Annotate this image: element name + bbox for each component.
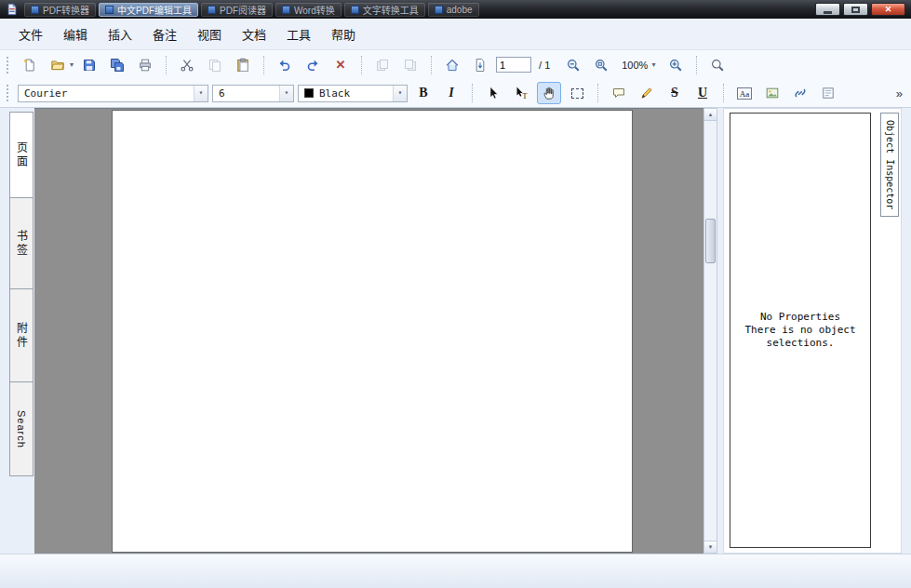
menubar: 文件 编辑 插入 备注 视图 文档 工具 帮助	[0, 19, 911, 50]
vertical-scrollbar[interactable]: ▲ ▼	[703, 108, 717, 554]
inspector-message-line: There is no object	[744, 324, 855, 337]
copy-icon	[208, 58, 222, 73]
minimize-icon	[824, 11, 832, 14]
scroll-up-button[interactable]: ▲	[704, 109, 717, 121]
italic-button[interactable]: I	[439, 82, 463, 104]
zoom-out-icon	[566, 58, 581, 73]
underline-icon: U	[698, 86, 707, 100]
sidebar-tab-search[interactable]: Search	[9, 381, 33, 476]
zoom-out-button[interactable]	[561, 54, 585, 76]
menu-annotate[interactable]: 备注	[143, 21, 186, 47]
window-tab[interactable]: adobe	[428, 3, 479, 17]
snapshot-tool-button[interactable]	[565, 82, 589, 104]
insert-link-button[interactable]	[788, 82, 812, 104]
underline-button[interactable]: U	[690, 82, 715, 104]
pen-icon	[639, 86, 654, 100]
window-controls: ✕	[815, 3, 908, 16]
zoom-fit-button[interactable]	[589, 54, 613, 76]
window-tab[interactable]: 文字转换工具	[344, 3, 425, 17]
menu-file[interactable]: 文件	[9, 21, 52, 47]
sidebar-tab-label: Search	[16, 410, 27, 448]
font-color-select[interactable]: Black ▾	[298, 85, 408, 102]
color-swatch	[304, 88, 314, 98]
toolbar-grip[interactable]	[7, 85, 10, 101]
toolbar-separator	[263, 56, 264, 74]
sidebar-tab-attachments[interactable]: 附件	[9, 288, 33, 382]
save-all-icon	[110, 58, 125, 73]
toolbar-grip[interactable]	[7, 57, 10, 74]
strikeout-button[interactable]: S	[663, 82, 687, 104]
scrollbar-thumb[interactable]	[705, 219, 716, 263]
insert-image-button[interactable]	[760, 82, 784, 104]
edit-text-icon: Aa	[737, 87, 753, 100]
object-inspector-panel: No Properties There is no object selecti…	[723, 108, 902, 554]
zoom-in-button[interactable]	[663, 54, 688, 76]
save-all-button[interactable]	[105, 54, 129, 76]
copy-button[interactable]	[203, 54, 227, 76]
window-tab-label: 中文PDF编辑工具	[117, 3, 192, 17]
window-tab[interactable]: PDF阅读器	[201, 3, 273, 17]
select-tool-button[interactable]	[481, 82, 505, 104]
pdf-app-icon	[351, 6, 359, 14]
save-button[interactable]	[77, 54, 101, 76]
pdf-app-icon	[282, 6, 290, 14]
font-size-select[interactable]: 6 ▾	[212, 85, 294, 102]
first-page-button[interactable]	[440, 54, 464, 76]
window-tab-active[interactable]: 中文PDF编辑工具	[99, 3, 198, 17]
toolbar-separator	[166, 56, 167, 74]
page-tool-button-a[interactable]	[370, 54, 395, 76]
delete-button[interactable]: ✕	[328, 54, 353, 76]
hand-icon	[542, 86, 556, 100]
window-tab[interactable]: PDF转换器	[24, 3, 96, 17]
text-select-tool-button[interactable]: T	[509, 82, 533, 104]
search-button[interactable]	[705, 54, 730, 76]
form-field-button[interactable]	[816, 82, 840, 104]
pdf-editor-window: PDF转换器 中文PDF编辑工具 PDF阅读器 Word转换 文字转换工具 ad…	[0, 0, 911, 588]
sidebar-tab-bookmarks[interactable]: 书签	[9, 197, 33, 289]
font-family-select[interactable]: Courier ▾	[18, 85, 208, 102]
print-button[interactable]	[133, 54, 157, 76]
page-number-input[interactable]	[496, 57, 531, 73]
menu-tools[interactable]: 工具	[277, 21, 320, 47]
window-tab-label: PDF阅读器	[220, 3, 266, 17]
close-button[interactable]: ✕	[871, 3, 905, 16]
window-tab-label: Word转换	[294, 3, 335, 17]
svg-text:T: T	[523, 92, 528, 100]
window-tab[interactable]: Word转换	[275, 3, 342, 17]
save-icon	[82, 58, 97, 73]
zoom-level-select[interactable]: 100% ▾	[617, 58, 660, 73]
toolbar-separator	[431, 56, 432, 74]
window-tab-label: PDF转换器	[43, 3, 89, 17]
comment-button[interactable]	[607, 82, 631, 104]
sidebar-tab-pages[interactable]: 页面	[9, 112, 33, 198]
maximize-button[interactable]	[843, 3, 868, 16]
cut-button[interactable]	[175, 54, 199, 76]
open-dropdown-caret-icon[interactable]: ▾	[70, 61, 74, 69]
bold-button[interactable]: B	[411, 82, 435, 104]
page-tool-button-b[interactable]	[398, 54, 422, 76]
minimize-button[interactable]	[815, 3, 840, 16]
page-canvas[interactable]	[113, 111, 632, 552]
edit-text-button[interactable]: Aa	[732, 82, 757, 104]
page-view-button[interactable]	[468, 54, 492, 76]
open-file-button[interactable]	[46, 54, 70, 76]
object-inspector-tab[interactable]: Object Inspector	[880, 113, 899, 217]
toolbar-overflow-button[interactable]: »	[896, 87, 905, 100]
highlight-button[interactable]	[635, 82, 659, 104]
hand-tool-button[interactable]	[537, 82, 561, 104]
redo-button[interactable]	[301, 54, 325, 76]
menu-view[interactable]: 视图	[188, 21, 231, 47]
menu-insert[interactable]: 插入	[99, 21, 141, 47]
menu-document[interactable]: 文档	[233, 21, 275, 47]
zoom-in-icon	[668, 58, 683, 73]
menu-edit[interactable]: 编辑	[54, 21, 97, 47]
undo-button[interactable]	[273, 54, 297, 76]
paste-button[interactable]	[231, 54, 255, 76]
font-family-value: Courier	[24, 87, 67, 100]
new-document-button[interactable]	[18, 54, 42, 76]
inspector-content-box: No Properties There is no object selecti…	[730, 113, 871, 548]
print-icon	[138, 58, 153, 73]
menu-help[interactable]: 帮助	[322, 21, 365, 47]
maximize-icon	[851, 7, 860, 13]
scroll-down-button[interactable]: ▼	[704, 541, 717, 553]
